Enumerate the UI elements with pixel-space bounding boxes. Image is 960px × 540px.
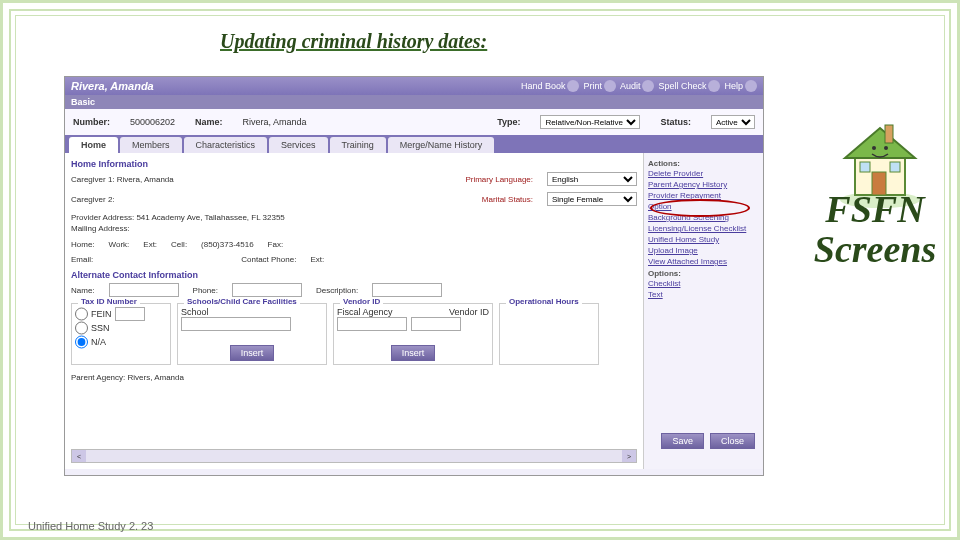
link-text[interactable]: Text xyxy=(648,289,759,300)
altdesc-label: Description: xyxy=(316,286,358,295)
slide-title: Updating criminal history dates: xyxy=(220,30,487,53)
link-licensing-checklist[interactable]: Licensing/License Checklist xyxy=(648,223,759,234)
app-name: Rivera, Amanda xyxy=(71,80,154,92)
print-icon xyxy=(604,80,616,92)
ssn-radio[interactable] xyxy=(75,321,88,335)
fax-label: Fax: xyxy=(268,240,284,249)
schools-title: Schools/Child Care Facilities xyxy=(184,297,300,306)
side-label: FSFN Screens xyxy=(790,190,960,270)
primlang-select[interactable]: English xyxy=(547,172,637,186)
email-label: Email: xyxy=(71,255,93,264)
alt-contact-header: Alternate Contact Information xyxy=(71,270,637,280)
options-header: Options: xyxy=(648,267,759,278)
status-label: Status: xyxy=(660,117,691,127)
fein-input[interactable] xyxy=(115,307,145,321)
footer-buttons: Save Close xyxy=(661,433,755,449)
scroll-left-icon[interactable]: < xyxy=(72,450,86,462)
altname-label: Name: xyxy=(71,286,95,295)
fein-radio[interactable] xyxy=(75,307,88,321)
svg-point-8 xyxy=(884,146,888,150)
tab-services[interactable]: Services xyxy=(269,137,328,153)
tab-training[interactable]: Training xyxy=(330,137,386,153)
toolbar: Hand Book Print Audit Spell Check Help xyxy=(521,80,757,92)
highlight-circle xyxy=(650,199,750,217)
parent-value: Rivers, Amanda xyxy=(128,373,184,382)
link-upload-image[interactable]: Upload Image xyxy=(648,245,759,256)
tab-merge[interactable]: Merge/Name History xyxy=(388,137,495,153)
altphone-input[interactable] xyxy=(232,283,302,297)
taxid-box: Tax ID Number FEIN SSN N/A xyxy=(71,303,171,365)
main-panel: Home Information Caregiver 1: Rivera, Am… xyxy=(65,153,643,469)
link-checklist[interactable]: Checklist xyxy=(648,278,759,289)
book-icon xyxy=(567,80,579,92)
work-phone-label: Work: xyxy=(109,240,130,249)
svg-rect-6 xyxy=(890,162,900,172)
tb-handbook[interactable]: Hand Book xyxy=(521,80,580,92)
close-button[interactable]: Close xyxy=(710,433,755,449)
spell-icon xyxy=(708,80,720,92)
tab-members[interactable]: Members xyxy=(120,137,182,153)
home-phone-label: Home: xyxy=(71,240,95,249)
svg-marker-2 xyxy=(845,128,915,158)
cell-value: (850)373-4516 xyxy=(201,240,253,249)
altdesc-input[interactable] xyxy=(372,283,442,297)
na-radio[interactable] xyxy=(75,335,88,349)
svg-point-7 xyxy=(872,146,876,150)
taxid-title: Tax ID Number xyxy=(78,297,140,306)
save-button[interactable]: Save xyxy=(661,433,704,449)
vendor-box: Vendor ID Fiscal AgencyVendor ID Insert xyxy=(333,303,493,365)
caregiver2-label: Caregiver 2: xyxy=(71,195,115,204)
fiscal-input[interactable] xyxy=(337,317,407,331)
help-icon xyxy=(745,80,757,92)
slide-footer: Unified Home Study 2. 23 xyxy=(28,520,153,532)
cell-label: Cell: xyxy=(171,240,187,249)
type-select[interactable]: Relative/Non-Relative xyxy=(540,115,640,129)
number-value: 500006202 xyxy=(130,117,175,127)
app-titlebar: Rivera, Amanda Hand Book Print Audit Spe… xyxy=(65,77,763,95)
name-label: Name: xyxy=(195,117,223,127)
scroll-right-icon[interactable]: > xyxy=(622,450,636,462)
type-label: Type: xyxy=(497,117,520,127)
altname-input[interactable] xyxy=(109,283,179,297)
provaddr-label: Provider Address: xyxy=(71,213,134,222)
svg-rect-5 xyxy=(860,162,870,172)
link-unified-home-study[interactable]: Unified Home Study xyxy=(648,234,759,245)
marital-label: Marital Status: xyxy=(482,195,533,204)
h-scrollbar[interactable]: < > xyxy=(71,449,637,463)
svg-rect-3 xyxy=(885,125,893,143)
home-info-header: Home Information xyxy=(71,159,637,169)
marital-select[interactable]: Single Female xyxy=(547,192,637,206)
tab-home[interactable]: Home xyxy=(69,137,118,153)
provaddr-value: 541 Academy Ave, Tallahassee, FL 32355 xyxy=(136,213,284,222)
link-parent-history[interactable]: Parent Agency History xyxy=(648,179,759,190)
tb-spell[interactable]: Spell Check xyxy=(658,80,720,92)
actions-header: Actions: xyxy=(648,157,759,168)
insert-school-button[interactable]: Insert xyxy=(230,345,275,361)
tb-help[interactable]: Help xyxy=(724,80,757,92)
caregiver1-label: Caregiver 1: xyxy=(71,175,115,184)
ophours-title: Operational Hours xyxy=(506,297,582,306)
caregiver1-value: Rivera, Amanda xyxy=(117,175,174,184)
basic-header: Basic xyxy=(65,95,763,109)
number-label: Number: xyxy=(73,117,110,127)
name-value: Rivera, Amanda xyxy=(243,117,307,127)
vendor-title: Vendor ID xyxy=(340,297,383,306)
audit-icon xyxy=(642,80,654,92)
primlang-label: Primary Language: xyxy=(465,175,533,184)
tb-audit[interactable]: Audit xyxy=(620,80,655,92)
link-delete-provider[interactable]: Delete Provider xyxy=(648,168,759,179)
tab-characteristics[interactable]: Characteristics xyxy=(184,137,268,153)
tab-bar: Home Members Characteristics Services Tr… xyxy=(65,135,763,153)
tb-print[interactable]: Print xyxy=(583,80,616,92)
ophours-box: Operational Hours xyxy=(499,303,599,365)
sidebar: Actions: Delete Provider Parent Agency H… xyxy=(643,153,763,469)
cphone-label: Contact Phone: xyxy=(241,255,296,264)
vendorid-input[interactable] xyxy=(411,317,461,331)
parent-label: Parent Agency: xyxy=(71,373,125,382)
ext2-label: Ext: xyxy=(310,255,324,264)
link-view-images[interactable]: View Attached Images xyxy=(648,256,759,267)
insert-vendor-button[interactable]: Insert xyxy=(391,345,436,361)
app-screenshot: Rivera, Amanda Hand Book Print Audit Spe… xyxy=(64,76,764,476)
school-input[interactable] xyxy=(181,317,291,331)
status-select[interactable]: Active xyxy=(711,115,755,129)
